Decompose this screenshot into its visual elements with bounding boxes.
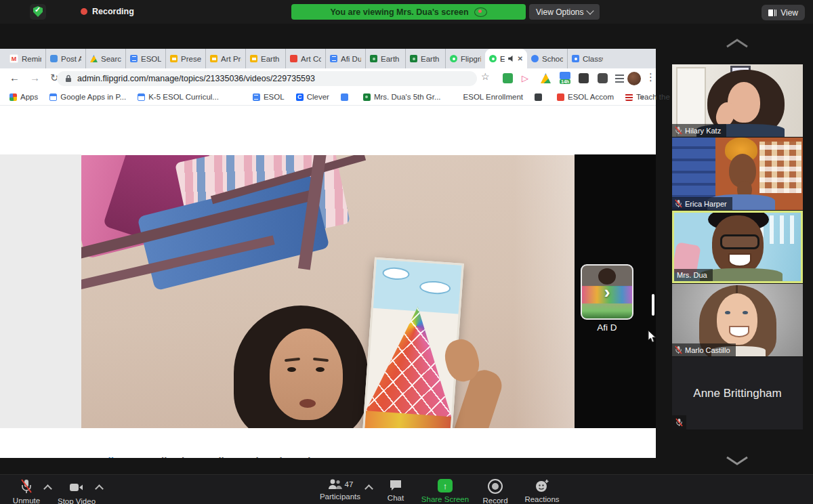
bookmark-item[interactable]: Apps [9, 93, 38, 101]
browser-tab[interactable]: Classw [567, 49, 607, 68]
browser-tab[interactable]: Search [85, 49, 125, 68]
chrome-profile-avatar[interactable] [627, 72, 641, 85]
screencast-extension-icon[interactable] [560, 72, 570, 79]
detail-tab[interactable]: Feedback [140, 455, 187, 458]
loom-extension-icon[interactable]: ▷ [522, 73, 532, 83]
detail-tab[interactable]: Details [86, 455, 119, 458]
participant-tile[interactable]: Hilary Katz Hilary Katz [672, 64, 803, 137]
bookmark-favicon: C [296, 93, 304, 101]
detail-tab[interactable]: Closed Captions [249, 455, 329, 458]
forward-icon[interactable]: → [30, 72, 40, 83]
tab-favicon [130, 55, 138, 62]
student-eye [316, 367, 325, 372]
next-video-thumbnail[interactable]: › [581, 264, 633, 320]
bookmark-item[interactable] [535, 93, 545, 101]
scroll-up-chevron[interactable] [725, 38, 749, 49]
share-screen-button[interactable]: ↑ Share Screen [415, 479, 476, 503]
address-bar[interactable]: admin.flipgrid.com/manage/topics/2133503… [57, 71, 477, 86]
bookmark-item[interactable] [341, 93, 352, 101]
screen-share-banner-text: You are viewing Mrs. Dua's screen [330, 7, 468, 17]
browser-tab[interactable]: Art Pro [205, 49, 245, 68]
tab-favicon [250, 55, 257, 62]
browser-tab[interactable]: E ✕ [485, 49, 527, 68]
bookmark-item[interactable]: Mrs. Dua's 5th Gr... [363, 93, 441, 101]
browser-tab[interactable]: Flipgri [445, 49, 485, 68]
bookmark-favicon [535, 93, 542, 101]
mote-extension-icon[interactable] [503, 73, 513, 83]
bookmark-item[interactable]: Google Apps in P... [49, 93, 126, 101]
student-video-player[interactable] [81, 155, 575, 428]
tab-label: Afi Du [341, 55, 361, 63]
unmute-button[interactable]: Unmute [7, 479, 46, 504]
tab-label: Flipgri [461, 55, 481, 63]
bookmark-item[interactable]: G [230, 93, 241, 101]
stop-video-button[interactable]: Stop Video [53, 479, 100, 504]
student-mouth [299, 399, 316, 408]
tab-favicon [410, 55, 417, 62]
scroll-down-chevron[interactable] [725, 455, 749, 466]
unmute-label: Unmute [13, 497, 40, 504]
video-camera-icon [69, 481, 84, 495]
bookmark-favicon [625, 93, 633, 101]
tab-label: Post A [61, 55, 81, 63]
bookmark-item[interactable]: C Clever [296, 93, 329, 101]
bookmark-item[interactable]: ESOL Accom [557, 93, 614, 101]
browser-tab-strip: M Remin Post A Search [0, 49, 656, 68]
participant-tile[interactable]: Erica Harper Erica Harper [672, 138, 803, 210]
browser-tab[interactable]: Schoo [527, 49, 567, 68]
participant-name-text: Hilary Katz [685, 127, 721, 135]
tab-label: Earth S [421, 55, 441, 63]
stop-video-label: Stop Video [58, 497, 96, 504]
extensions-puzzle-icon[interactable] [598, 73, 608, 83]
bookmark-favicon [341, 93, 348, 101]
video-detail-tabs: Details Feedback Edit Closed Captions [86, 455, 329, 458]
participants-count: 47 [345, 480, 354, 488]
browser-tab[interactable]: M Remin [5, 49, 45, 68]
encryption-shield-icon: ✓ [30, 4, 46, 20]
record-button[interactable]: Record [474, 479, 516, 504]
tab-close-icon[interactable]: ✕ [518, 55, 523, 62]
image-extension-icon[interactable] [579, 73, 589, 83]
bookmark-label: ESOL Enrollment [463, 93, 523, 101]
view-options-label: View Options [536, 7, 583, 17]
bookmarks-overflow-chevron[interactable]: » [640, 92, 644, 102]
bookmark-favicon [138, 93, 145, 101]
participant-name-text: Marlo Castillo [685, 346, 730, 354]
reactions-button[interactable]: Reactions [519, 479, 565, 503]
queue-list-icon[interactable] [615, 75, 624, 83]
drive-extension-icon[interactable] [541, 73, 551, 83]
browser-tab[interactable]: Earth S [405, 49, 445, 68]
bookmark-item[interactable]: G ESOL Enrollment [453, 93, 523, 101]
share-screen-label: Share Screen [421, 495, 469, 503]
bookmark-star-icon[interactable]: ☆ [481, 71, 490, 82]
scrollbar-thumb[interactable] [652, 294, 654, 316]
bookmark-item[interactable]: ESOL [253, 93, 285, 101]
browser-tab[interactable]: Presen [165, 49, 205, 68]
participant-tile[interactable]: Marlo Castillo Marlo Castillo [672, 284, 803, 356]
meeting-topbar: ✓ Recording You are viewing Mrs. Dua's s… [0, 0, 813, 24]
participants-button[interactable]: 47 Participants [312, 479, 369, 501]
browser-tab[interactable]: Earth S [245, 49, 285, 68]
browser-tab[interactable]: Afi Du [325, 49, 365, 68]
bookmark-item[interactable]: K-5 ESOL Curricul... [138, 93, 219, 101]
recording-indicator-icon [81, 8, 87, 15]
browser-tab[interactable]: Earth S [365, 49, 405, 68]
browser-tab[interactable]: Post A [45, 49, 85, 68]
kebab-menu-icon[interactable]: ⋮ [646, 71, 656, 83]
detail-tab[interactable]: Edit [208, 455, 227, 458]
participant-tile[interactable]: Mrs. Dua Mrs. Dua [672, 211, 803, 283]
view-options-button[interactable]: View Options [529, 4, 600, 20]
browser-tab[interactable]: ESOL [125, 49, 165, 68]
chat-button[interactable]: Chat [378, 479, 413, 502]
artwork-mountain [364, 300, 459, 428]
back-icon[interactable]: ← [9, 72, 20, 83]
muted-mic-icon [675, 418, 683, 427]
participant-tile[interactable]: Anne Brittingham Anne Brittingham [672, 357, 803, 429]
participant-name-label: Anne Brittingham [672, 415, 686, 429]
reactions-label: Reactions [524, 495, 559, 503]
browser-tab[interactable]: Art Co [285, 49, 325, 68]
view-button[interactable]: View [762, 5, 805, 20]
bookmark-favicon: G [230, 93, 238, 101]
participant-name-label: Hilary Katz [672, 124, 726, 137]
tab-favicon [450, 55, 457, 62]
